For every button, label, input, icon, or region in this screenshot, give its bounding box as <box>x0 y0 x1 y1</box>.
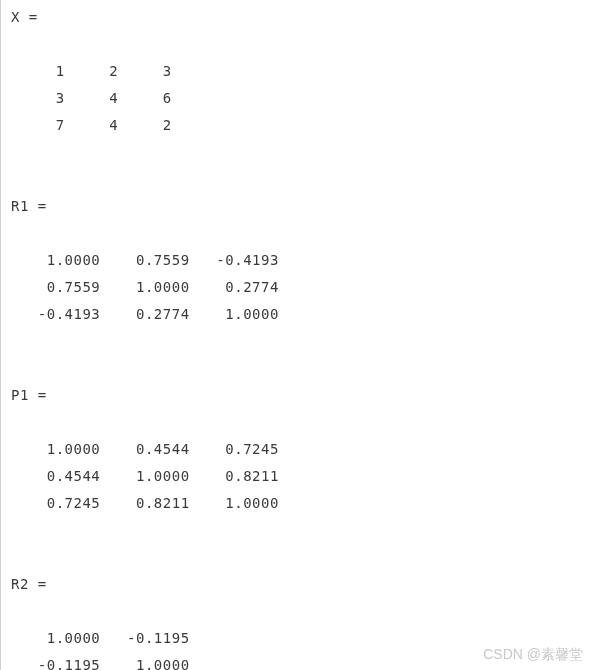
watermark-label: CSDN @素馨堂 <box>483 646 583 664</box>
console-output: X = 1 2 3 3 4 6 7 4 2 R1 = 1.0000 0.7559… <box>11 4 585 670</box>
